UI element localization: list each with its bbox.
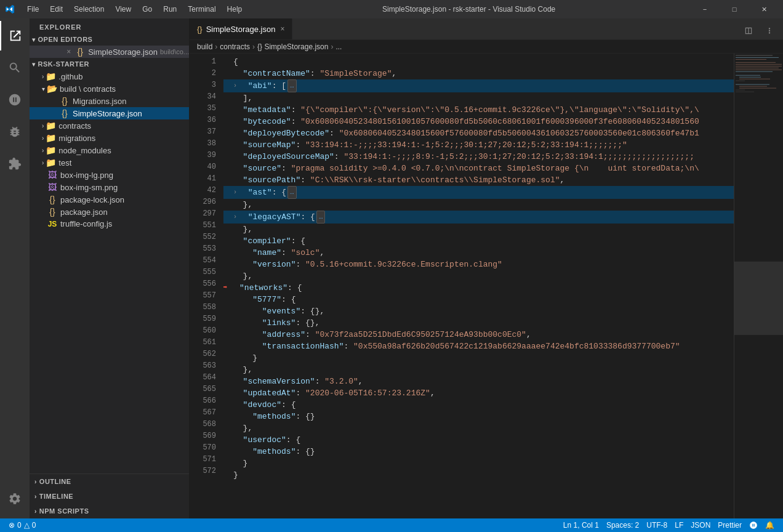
warning-icon: △ (24, 521, 30, 530)
tree-item-box-img-lg[interactable]: 🖼 box-img-lg.png (30, 169, 189, 181)
tree-item-migrations-json[interactable]: {} Migrations.json (30, 95, 189, 107)
activity-explorer[interactable] (0, 21, 30, 50)
menu-file[interactable]: File (22, 4, 44, 15)
svg-rect-3 (736, 59, 766, 60)
status-language[interactable]: JSON (687, 518, 714, 532)
npm-scripts-chevron: › (34, 508, 37, 515)
close-button[interactable]: ✕ (750, 0, 778, 18)
menu-selection[interactable]: Selection (69, 4, 109, 15)
minimap (734, 54, 783, 518)
breadcrumb-section[interactable]: ... (335, 42, 342, 51)
line-number: 41 (190, 173, 216, 185)
status-position[interactable]: Ln 1, Col 1 (560, 518, 603, 532)
svg-rect-14 (736, 84, 769, 85)
menu-edit[interactable]: Edit (45, 4, 68, 15)
tree-item-github[interactable]: › 📁 .github (30, 70, 189, 83)
tree-item-build-contracts[interactable]: ▾ 📂 build \ contracts (30, 83, 189, 95)
rsk-starter-section[interactable]: ▾ RSK-STARTER (30, 58, 189, 70)
status-remote[interactable] (745, 518, 761, 532)
line-number: 567 (190, 407, 216, 419)
tab-close-button[interactable]: × (280, 25, 284, 33)
open-editors-label: Open Editors (38, 36, 93, 43)
split-editor-button[interactable] (740, 22, 757, 39)
menu-run[interactable]: Run (158, 4, 182, 15)
code-line: › "ast": {… (223, 186, 734, 199)
tree-item-node-modules[interactable]: › 📁 node_modules (30, 144, 189, 156)
status-encoding[interactable]: UTF-8 (643, 518, 671, 532)
code-content[interactable]: { "contractName": "SimpleStorage",› "abi… (223, 54, 734, 518)
debug-icon (8, 125, 22, 139)
menu-help[interactable]: Help (222, 4, 247, 15)
open-editor-item[interactable]: × {} SimpleStorage.json build\co... (30, 46, 189, 58)
remote-icon (749, 521, 758, 530)
status-spaces[interactable]: Spaces: 2 (603, 518, 643, 532)
line-number: 565 (190, 384, 216, 395)
code-line: "source": "pragma solidity >=0.4.0 <0.7.… (223, 163, 734, 174)
activity-source-control[interactable] (0, 85, 30, 115)
breadcrumb-file[interactable]: {} SimpleStorage.json (257, 42, 328, 51)
tree-item-migrations[interactable]: › 📁 migrations (30, 132, 189, 144)
activity-search[interactable] (0, 53, 30, 83)
outline-section[interactable]: › Outline (30, 474, 189, 489)
open-editors-section[interactable]: ▾ Open Editors (30, 33, 189, 46)
code-line: "metadata": "{\"compiler\":{\"version\":… (223, 104, 734, 116)
code-line: }, (223, 270, 734, 282)
menu-go[interactable]: Go (137, 4, 157, 15)
menu-terminal[interactable]: Terminal (183, 4, 220, 15)
folder-chevron: › (42, 123, 44, 129)
status-right: Ln 1, Col 1 Spaces: 2 UTF-8 LF JSON Pret… (560, 518, 778, 532)
svg-rect-5 (736, 64, 782, 65)
fold-chevron[interactable]: › (233, 187, 237, 198)
npm-scripts-section[interactable]: › NPM Scripts (30, 504, 189, 518)
activity-settings[interactable] (0, 484, 30, 514)
window-controls[interactable]: − □ ✕ (691, 0, 778, 18)
timeline-section[interactable]: › Timeline (30, 489, 189, 504)
code-line: "sourceMap": "33:194:1:-;;;;33:194:1:-1;… (223, 139, 734, 151)
status-formatter[interactable]: Prettier (714, 518, 745, 532)
minimize-button[interactable]: − (691, 0, 719, 18)
open-editor-name: SimpleStorage.json (88, 47, 158, 57)
tree-item-truffle-config[interactable]: JS truffle-config.js (30, 218, 189, 230)
menu-view[interactable]: View (110, 4, 136, 15)
window-title: SimpleStorage.json - rsk-starter - Visua… (247, 5, 691, 14)
line-number: 38 (190, 138, 216, 150)
more-actions-button[interactable] (761, 22, 778, 39)
tree-item-simplestorage-json[interactable]: {} SimpleStorage.json (30, 107, 189, 119)
breadcrumb-contracts[interactable]: contracts (220, 42, 250, 51)
folder-open-icon: 📂 (46, 84, 57, 94)
code-line: "compiler": { (223, 235, 734, 247)
editor-tab-simplestorage[interactable]: {} SimpleStorage.json × (190, 18, 292, 39)
line-number: 563 (190, 360, 216, 372)
close-editor-icon[interactable]: × (66, 47, 71, 56)
tree-item-package-lock-json[interactable]: {} package-lock.json (30, 193, 189, 206)
code-line: "methods": {} (223, 446, 734, 457)
maximize-button[interactable]: □ (720, 0, 749, 18)
line-number: 569 (190, 430, 216, 442)
status-notifications[interactable]: 🔔 (761, 518, 778, 532)
json-icon: {} (59, 108, 70, 118)
activity-extensions[interactable] (0, 149, 30, 179)
timeline-chevron: › (34, 493, 37, 500)
line-number: 568 (190, 419, 216, 430)
breadcrumb-sep: › (215, 42, 217, 51)
tree-item-box-img-sm[interactable]: 🖼 box-img-sm.png (30, 181, 189, 193)
tree-item-package-json[interactable]: {} package.json (30, 206, 189, 218)
tree-item-contracts[interactable]: › 📁 contracts (30, 119, 189, 132)
tree-item-test[interactable]: › 📁 test (30, 156, 189, 169)
file-name: package-lock.json (60, 195, 124, 204)
line-number: 552 (190, 232, 216, 243)
outline-label: Outline (39, 478, 71, 485)
fold-chevron[interactable]: › (233, 211, 237, 223)
code-line: "address": "0x73f2aa5D251DbdEd6C95025712… (223, 329, 734, 341)
menu-bar[interactable]: File Edit Selection View Go Run Terminal… (22, 4, 247, 15)
code-line: › "abi": [… (223, 79, 734, 92)
rsk-starter-label: RSK-STARTER (38, 60, 90, 68)
breadcrumb-build[interactable]: build (197, 42, 212, 51)
fold-chevron[interactable]: › (233, 80, 237, 92)
settings-icon (8, 492, 22, 506)
status-eol[interactable]: LF (671, 518, 687, 532)
line-number: 560 (190, 325, 216, 337)
status-errors[interactable]: ⊗ 0 △ 0 (5, 518, 39, 532)
activity-debug[interactable] (0, 117, 30, 147)
line-number: 559 (190, 313, 216, 325)
